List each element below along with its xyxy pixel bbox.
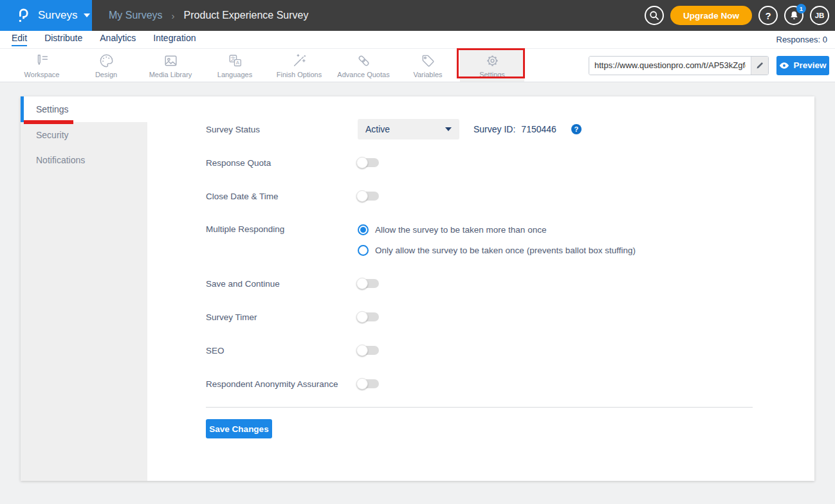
notifications-button[interactable]: 1	[784, 6, 803, 25]
survey-url-input[interactable]	[589, 57, 751, 75]
toggle-knob	[356, 311, 368, 323]
preview-button[interactable]: Preview	[776, 56, 829, 75]
sidebar-item-label: Notifications	[36, 155, 85, 165]
close-date-label: Close Date & Time	[206, 192, 358, 201]
survey-status-value: Active	[365, 124, 390, 134]
toggle-knob	[356, 278, 368, 289]
survey-timer-label: Survey Timer	[206, 312, 358, 322]
sidebar-item-security[interactable]: Security	[21, 122, 147, 147]
search-button[interactable]	[645, 6, 664, 25]
breadcrumb-separator: ›	[172, 10, 175, 21]
breadcrumb: My Surveys › Product Experience Survey	[109, 10, 308, 21]
survey-timer-toggle[interactable]	[358, 312, 379, 321]
edit-toolbar: Workspace Design Media Library 文 A Langu…	[0, 49, 835, 82]
upgrade-now-button[interactable]: Upgrade Now	[670, 6, 752, 25]
tab-edit[interactable]: Edit	[12, 33, 27, 46]
workspace-icon	[34, 53, 50, 69]
settings-sidebar: Settings Security Notifications	[21, 96, 147, 481]
radio-only-once[interactable]: Only allow the survey to be taken once (…	[358, 240, 636, 260]
languages-icon: 文 A	[227, 53, 243, 69]
toggle-knob	[356, 378, 368, 390]
survey-url-field	[589, 56, 769, 75]
multiple-responding-row: Multiple Responding Allow the survey to …	[206, 219, 814, 260]
survey-id-help-icon[interactable]: ?	[571, 124, 582, 134]
anonymity-toggle[interactable]	[358, 379, 379, 388]
survey-status-select[interactable]: Active	[358, 119, 459, 140]
anonymity-row: Respondent Anonymity Assurance	[206, 374, 814, 394]
questionpro-logo-icon	[15, 7, 31, 24]
toolbar-item-design[interactable]: Design	[74, 49, 138, 82]
survey-id-label: Survey ID:	[473, 124, 515, 134]
seo-label: SEO	[206, 346, 358, 356]
toolbar-item-variables[interactable]: Variables	[396, 49, 460, 82]
chevron-down-icon	[445, 127, 452, 131]
survey-timer-row: Survey Timer	[206, 307, 814, 327]
toolbar-item-media-library[interactable]: Media Library	[138, 49, 203, 82]
media-library-icon	[163, 53, 179, 69]
tab-integration[interactable]: Integration	[153, 33, 196, 46]
close-date-row: Close Date & Time	[206, 186, 814, 206]
seo-toggle[interactable]	[358, 346, 379, 355]
toggle-knob	[356, 157, 368, 168]
radio-allow-multiple[interactable]: Allow the survey to be taken more than o…	[358, 219, 636, 240]
radio-selected-icon	[358, 224, 369, 235]
sidebar-item-settings[interactable]: Settings	[21, 96, 147, 122]
product-switcher[interactable]: Surveys	[0, 0, 92, 31]
breadcrumb-current-survey: Product Experience Survey	[184, 10, 309, 21]
topbar: Surveys My Surveys › Product Experience …	[0, 0, 835, 31]
upgrade-now-label: Upgrade Now	[683, 11, 739, 21]
edit-url-button[interactable]	[751, 57, 768, 75]
save-changes-button[interactable]: Save Changes	[206, 419, 272, 438]
notification-badge: 1	[796, 4, 806, 14]
toggle-knob	[356, 345, 368, 356]
responses-count: Responses: 0	[776, 35, 828, 44]
user-avatar[interactable]: JB	[810, 6, 829, 25]
eye-icon	[779, 62, 789, 69]
response-quota-label: Response Quota	[206, 158, 358, 168]
save-continue-toggle[interactable]	[358, 279, 379, 288]
anonymity-label: Respondent Anonymity Assurance	[206, 379, 358, 389]
survey-status-label: Survey Status	[206, 125, 358, 134]
pencil-icon	[755, 61, 764, 70]
chevron-down-icon	[84, 14, 90, 17]
sidebar-item-notifications[interactable]: Notifications	[21, 147, 147, 172]
toolbar-item-languages[interactable]: 文 A Languages	[203, 49, 267, 82]
toolbar-item-settings[interactable]: Settings	[460, 49, 524, 82]
form-divider	[206, 407, 753, 408]
finish-options-wand-icon	[291, 53, 307, 69]
radio-unselected-icon	[358, 245, 369, 256]
preview-label: Preview	[793, 60, 826, 70]
breadcrumb-my-surveys[interactable]: My Surveys	[109, 10, 163, 21]
seo-row: SEO	[206, 340, 814, 361]
toggle-knob	[356, 190, 368, 202]
svg-text:文: 文	[230, 55, 235, 61]
toolbar-right: Preview	[589, 49, 835, 82]
close-date-toggle[interactable]	[358, 192, 379, 201]
search-icon	[648, 10, 660, 21]
save-changes-label: Save Changes	[209, 424, 268, 434]
design-palette-icon	[98, 53, 115, 69]
help-button[interactable]: ?	[758, 6, 778, 25]
settings-form: Survey Status Active Survey ID: 7150446 …	[147, 96, 814, 481]
variables-tag-icon	[420, 53, 436, 69]
toolbar-item-workspace[interactable]: Workspace	[10, 49, 74, 82]
brand-label: Surveys	[38, 9, 77, 22]
sidebar-item-label: Settings	[36, 104, 69, 114]
response-quota-row: Response Quota	[206, 152, 814, 173]
toolbar-item-advance-quotas[interactable]: Advance Quotas	[331, 49, 396, 82]
toolbar-item-finish-options[interactable]: Finish Options	[267, 49, 331, 82]
question-mark-icon: ?	[765, 10, 771, 21]
multiple-responding-options: Allow the survey to be taken more than o…	[358, 219, 636, 260]
settings-gear-icon	[484, 53, 500, 69]
sidebar-item-label: Security	[36, 130, 69, 140]
svg-text:A: A	[235, 60, 239, 66]
topbar-actions: Upgrade Now ? 1 JB	[645, 6, 835, 25]
tab-analytics[interactable]: Analytics	[100, 33, 136, 46]
advance-quotas-links-icon	[356, 53, 372, 69]
response-quota-toggle[interactable]	[358, 158, 379, 167]
survey-nav-tabs: Edit Distribute Analytics Integration Re…	[0, 31, 835, 49]
multiple-responding-label: Multiple Responding	[206, 219, 358, 240]
tab-distribute[interactable]: Distribute	[44, 33, 82, 46]
save-continue-label: Save and Continue	[206, 279, 358, 289]
settings-panel: Settings Security Notifications Survey S…	[21, 96, 814, 481]
